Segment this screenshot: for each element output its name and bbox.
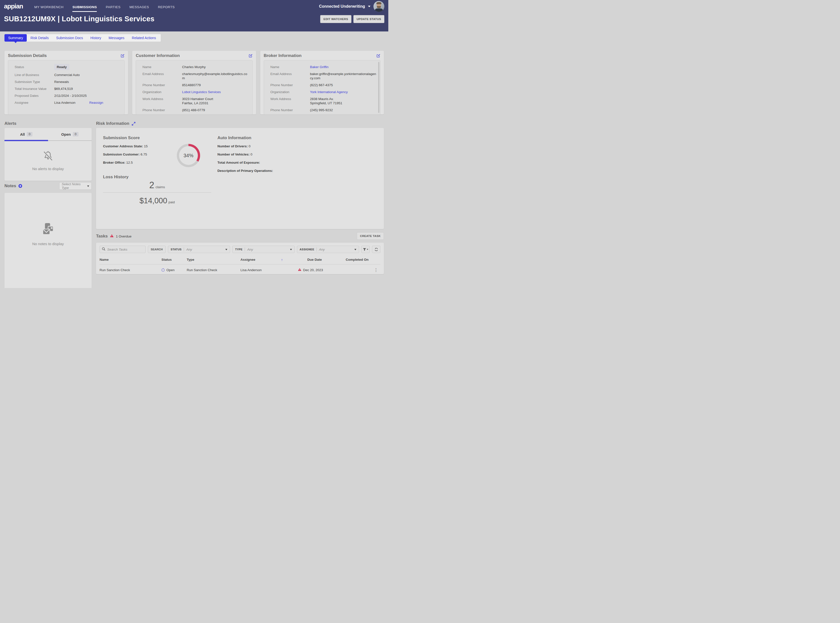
task-due-date-cell: Dec 20, 2023	[297, 264, 342, 275]
field-row-status: Status Ready	[8, 63, 124, 71]
notes-type-placeholder: Select Notes Type	[61, 182, 87, 190]
type-filter-select[interactable]: TYPE Any	[232, 246, 295, 253]
reassign-link[interactable]: Reassign	[89, 101, 103, 105]
submission-score-gauge: 34%	[177, 144, 200, 167]
tab-submission-docs[interactable]: Submission Docs	[52, 34, 87, 41]
auto-information-heading: Auto Information	[217, 135, 251, 140]
all-count-badge: 0	[27, 132, 32, 137]
alerts-tab-all[interactable]: All 0	[5, 128, 48, 140]
auto-line-total-exposure: Total Amount of Exposure	[217, 161, 260, 164]
notes-type-select[interactable]: Select Notes Type	[59, 182, 92, 190]
assignee-filter-select[interactable]: ASSIGNEE Any	[297, 246, 359, 253]
customer-information-card: Customer Information Name Charles Murphy…	[132, 51, 256, 114]
expand-icon[interactable]	[132, 122, 135, 126]
tab-related-actions[interactable]: Related Actions	[128, 34, 160, 41]
edit-icon[interactable]	[121, 54, 124, 58]
column-header-completed-on[interactable]: Completed On	[342, 256, 372, 264]
open-count-badge: 0	[73, 132, 78, 137]
task-name-cell[interactable]: Run Sanction Check	[100, 264, 161, 275]
tab-history[interactable]: History	[87, 34, 105, 41]
loss-history-divider	[103, 192, 211, 193]
chevron-down-icon	[225, 249, 227, 251]
field-row-phone: Phone Number (622) 667-4375	[264, 81, 380, 88]
tasks-section-title: Tasks	[96, 234, 108, 239]
tasks-filter-bar: SEARCH STATUS Any TYPE Any ASSIGNEE Any	[100, 246, 380, 253]
user-avatar[interactable]	[373, 1, 384, 12]
status-filter-select[interactable]: STATUS Any	[168, 246, 230, 253]
edit-watchers-button[interactable]: EDIT WATCHERS	[320, 15, 352, 23]
chevron-down-icon	[367, 249, 368, 251]
create-task-button[interactable]: CREATE TASK	[357, 232, 384, 240]
notes-empty-icon	[42, 222, 54, 236]
risk-information-title: Risk Information	[96, 121, 129, 126]
field-row-phone-2: Phone Number (851) 488-0779	[136, 106, 252, 114]
nav-item-reports[interactable]: REPORTS	[158, 1, 175, 12]
tasks-card: SEARCH STATUS Any TYPE Any ASSIGNEE Any	[96, 242, 384, 274]
status-open-spinner-icon	[161, 269, 165, 272]
field-row-assignee: Assignee Lisa Anderson Reassign	[8, 99, 124, 106]
field-row-organization: Organization Lobot Linguistics Services	[136, 88, 252, 95]
chevron-down-icon	[290, 249, 292, 251]
nav-item-my-workbench[interactable]: MY WORKBENCH	[34, 1, 64, 12]
loss-history-heading: Loss History	[103, 175, 129, 180]
score-line-customer-address-state: Customer Address State15	[103, 144, 147, 148]
auto-line-number-of-drivers: Number of Drivers0	[217, 144, 250, 148]
auto-line-primary-operations: Description of Primary Operations	[217, 169, 273, 173]
tab-messages[interactable]: Messages	[105, 34, 128, 41]
tab-summary[interactable]: Summary	[5, 34, 27, 41]
alerts-section-title: Alerts	[5, 121, 16, 126]
workspace-menu-label: Connected Underwriting	[319, 4, 365, 9]
alerts-tab-open[interactable]: Open 0	[48, 128, 92, 140]
field-row-phone: Phone Number 8514880779	[136, 81, 252, 88]
status-badge: Ready	[54, 64, 69, 70]
sort-ascending-icon[interactable]: ↑	[281, 256, 297, 264]
scrollbar-thumb[interactable]	[378, 62, 379, 113]
tab-risk-details[interactable]: Risk Details	[27, 34, 52, 41]
update-status-button[interactable]: UPDATE STATUS	[353, 15, 384, 23]
task-status-cell: Open	[161, 264, 187, 275]
info-cards-row: Submission Details Status Ready Line of …	[5, 51, 384, 114]
organization-link[interactable]: Lobot Linguistics Services	[182, 90, 221, 94]
risk-information-card: Submission Score Customer Address State1…	[96, 128, 384, 229]
notes-header: Notes Select Notes Type	[5, 182, 92, 190]
submission-details-card: Submission Details Status Ready Line of …	[5, 51, 128, 114]
notes-empty-state: No notes to display	[5, 193, 92, 246]
bell-slash-icon	[42, 150, 54, 162]
broker-information-fields: Name Baker Griffin Email Address baker.g…	[264, 60, 380, 115]
nav-item-parties[interactable]: PARTIES	[106, 1, 120, 12]
column-header-status[interactable]: Status	[161, 256, 187, 264]
nav-item-submissions[interactable]: SUBMISSIONS	[72, 1, 97, 12]
nav-item-messages[interactable]: MESSAGES	[129, 1, 149, 12]
notes-section-title: Notes	[5, 184, 16, 189]
column-header-assignee[interactable]: Assignee	[241, 256, 281, 264]
edit-icon[interactable]	[249, 54, 253, 58]
edit-icon[interactable]	[376, 54, 380, 58]
submission-details-fields: Status Ready Line of Business Commercial…	[8, 60, 124, 115]
column-header-name[interactable]: Name	[100, 256, 161, 264]
field-row-work-address: Work Address 3023 Hamaker CourtFairfax, …	[136, 95, 252, 106]
broker-name-link[interactable]: Baker Griffin	[310, 65, 329, 69]
column-header-type[interactable]: Type	[187, 256, 241, 264]
field-row-work-address: Work Address 2838 Mauris Av.Springfield,…	[264, 95, 380, 106]
field-row-email: Email Address charlesmurphy@example.lobo…	[136, 70, 252, 81]
search-tasks-input[interactable]	[107, 248, 143, 251]
chevron-down-icon	[368, 6, 370, 8]
submission-details-title: Submission Details	[8, 53, 47, 58]
task-search-box[interactable]	[100, 246, 146, 253]
alerts-empty-message: No alerts to display	[32, 167, 64, 171]
header-actions: EDIT WATCHERS UPDATE STATUS	[320, 15, 384, 23]
appian-logo: appian	[4, 3, 23, 10]
field-row-proposed-dates: Proposed Dates 2/11/2024 - 2/10/2025	[8, 92, 124, 99]
workspace-menu[interactable]: Connected Underwriting	[319, 1, 384, 12]
row-actions-kebab-icon[interactable]: ⋮	[372, 264, 380, 275]
alerts-card: All 0 Open 0 No alerts to display	[5, 128, 92, 181]
column-header-due-date[interactable]: Due Date	[297, 256, 342, 264]
search-button[interactable]: SEARCH	[148, 246, 166, 253]
field-row-phone-2: Phone Number (245) 995-9232	[264, 106, 380, 114]
field-row-total-insurance-value: Total Insurance Value $69,474,519	[8, 85, 124, 92]
filter-button[interactable]	[361, 246, 370, 253]
organization-link[interactable]: York International Agency	[310, 90, 348, 94]
active-tab-underline	[5, 140, 48, 141]
refresh-button[interactable]	[372, 246, 380, 253]
add-note-icon[interactable]	[18, 184, 22, 188]
